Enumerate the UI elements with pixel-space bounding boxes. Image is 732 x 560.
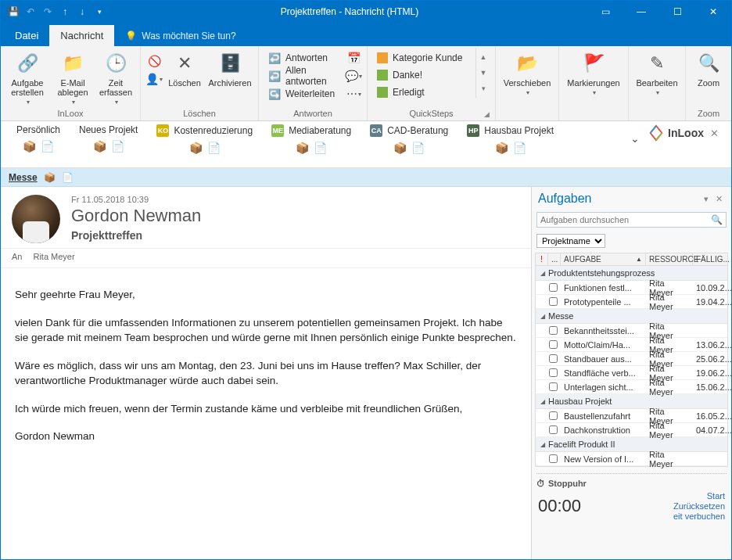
redo-icon[interactable]: ↷	[41, 5, 54, 18]
task-row[interactable]: BaustellenzufahrtRita Meyer16.05.2...	[536, 409, 727, 423]
projectbar-close-icon[interactable]: ✕	[704, 124, 725, 142]
quicksteps-up-icon[interactable]: ▲	[478, 49, 489, 65]
search-icon[interactable]: 🔍	[711, 214, 723, 225]
task-checkbox[interactable]	[549, 368, 558, 377]
project-cad[interactable]: CACAD-Beratung 📦📄	[361, 124, 458, 154]
record-time-button[interactable]: 🕒 Zeit erfassen▾	[96, 48, 135, 106]
delete-button[interactable]: ✕ Löschen	[164, 48, 205, 88]
edit-button[interactable]: ✎ Bearbeiten▾	[633, 48, 680, 97]
reply-button[interactable]: ↩️Antworten	[264, 49, 343, 66]
quicksteps-expand-icon[interactable]: ▾	[478, 81, 489, 96]
prev-item-icon[interactable]: ↑	[59, 5, 71, 18]
task-row[interactable]: Prototypenteile ...Rita Meyer19.04.2...	[536, 295, 727, 309]
stopwatch-start-link[interactable]: Start	[707, 491, 725, 501]
doc-icon: 📄	[207, 142, 221, 154]
col-due[interactable]: FÄLLIG...	[693, 253, 727, 265]
task-checkbox[interactable]	[549, 454, 558, 463]
taskpane-menu-icon[interactable]: ▾	[700, 192, 712, 205]
task-group-header[interactable]: ◢Produktentstehungsprozess	[536, 266, 727, 281]
zoom-button[interactable]: 🔍 Zoom	[691, 48, 727, 88]
project-personal[interactable]: Persönlich 📦📄	[7, 124, 70, 153]
stopwatch-reset-link[interactable]: Zurücksetzen	[673, 501, 725, 511]
task-due: 15.06.2...	[693, 382, 727, 392]
task-checkbox[interactable]	[549, 411, 558, 420]
junk-icon[interactable]: 👤▾	[145, 70, 163, 88]
group-label: Zoom	[691, 107, 727, 120]
link-check-icon: 🔗	[15, 51, 40, 76]
task-row[interactable]: New Version of I...Rita Meyer	[536, 452, 727, 466]
task-search[interactable]: 🔍	[536, 212, 727, 228]
project-kosten[interactable]: KOKostenreduzierung 📦📄	[147, 124, 262, 154]
task-group-header[interactable]: ◢Messe	[536, 309, 727, 324]
task-checkbox[interactable]	[549, 354, 558, 363]
col-flag[interactable]: !	[536, 253, 548, 265]
box-icon: 📦	[44, 172, 56, 183]
stopwatch-book-link[interactable]: eit verbuchen	[673, 512, 725, 521]
task-search-input[interactable]	[540, 215, 711, 224]
move-button[interactable]: 📂 Verschieben▾	[501, 48, 554, 97]
task-group-header[interactable]: ◢Facelift Produkt II	[536, 437, 727, 452]
save-icon[interactable]: 💾	[7, 5, 20, 18]
meeting-icon[interactable]: 📅	[345, 49, 362, 66]
quickstep-item[interactable]: Kategorie Kunde	[372, 49, 474, 66]
minimize-icon[interactable]: —	[623, 1, 659, 23]
col-resource[interactable]: RESSOURCE	[646, 253, 693, 265]
task-name: Standfläche verb...	[561, 368, 646, 378]
col-attach[interactable]: ...	[548, 253, 561, 265]
quicksteps-down-icon[interactable]: ▼	[478, 65, 489, 81]
task-filter-select[interactable]: Projektname	[536, 234, 605, 248]
archive-icon: 🗄️	[217, 51, 242, 76]
task-group-header[interactable]: ◢Hausbau Projekt	[536, 394, 727, 409]
task-checkbox[interactable]	[549, 382, 558, 391]
task-name: Unterlagen sicht...	[561, 382, 646, 392]
archive-button[interactable]: 🗄️ Archivieren	[206, 48, 253, 88]
task-checkbox[interactable]	[549, 425, 558, 434]
reply-all-button[interactable]: ↩️Allen antworten	[264, 67, 343, 84]
task-checkbox[interactable]	[549, 340, 558, 349]
body-paragraph: Wäre es möglich, dass wir uns am Montag,…	[15, 358, 517, 389]
task-row[interactable]: DachkonstruktionRita Meyer04.07.2...	[536, 423, 727, 437]
project-new[interactable]: Neues Projekt 📦📄	[70, 124, 147, 153]
col-task[interactable]: AUFGABE▲	[561, 253, 646, 265]
doc-icon: 📄	[62, 172, 74, 183]
ribbon-display-icon[interactable]: ▭	[587, 1, 623, 23]
more-respond-icon[interactable]: ⋯▾	[345, 85, 362, 102]
quickstep-item[interactable]: Danke!	[372, 66, 474, 84]
task-row[interactable]: Funktionen festl...Rita Meyer10.09.2...	[536, 281, 727, 295]
tags-button[interactable]: 🚩 Markierungen▾	[564, 48, 623, 97]
message-pane: Fr 11.05.2018 10:39 Gordon Newman Projek…	[1, 187, 531, 559]
qat-dropdown-icon[interactable]: ▾	[93, 5, 106, 18]
label: Zoom	[698, 78, 719, 88]
tab-tellme[interactable]: 💡 Was möchten Sie tun?	[114, 26, 246, 46]
task-row[interactable]: Unterlagen sicht...Rita Meyer15.06.2...	[536, 380, 727, 394]
task-checkbox[interactable]	[549, 297, 558, 306]
task-row[interactable]: Motto/Claim/Ha...Rita Meyer13.06.2...	[536, 338, 727, 352]
close-icon[interactable]: ✕	[695, 1, 731, 23]
task-row[interactable]: Standbauer aus...Rita Meyer25.06.2...	[536, 352, 727, 366]
create-task-button[interactable]: 🔗 Aufgabe erstellen▾	[5, 48, 49, 106]
ribbon-group-zoom: 🔍 Zoom Zoom	[686, 46, 731, 120]
taskpane-close-icon[interactable]: ✕	[712, 192, 725, 205]
forward-button[interactable]: ↪️Weiterleiten	[264, 85, 343, 102]
ignore-icon[interactable]: 🚫	[145, 52, 163, 70]
task-name: Dachkonstruktion	[561, 425, 646, 435]
quickstep-item[interactable]: Erledigt	[372, 84, 474, 101]
next-item-icon[interactable]: ↓	[76, 5, 88, 18]
im-icon[interactable]: 💬▾	[345, 67, 362, 84]
breadcrumb-link[interactable]: Messe	[9, 172, 38, 183]
task-row[interactable]: Standfläche verb...Rita Meyer19.06.2...	[536, 366, 727, 380]
task-checkbox[interactable]	[549, 283, 558, 292]
task-row[interactable]: Bekanntheitsstei...Rita Meyer	[536, 324, 727, 338]
undo-icon[interactable]: ↶	[24, 5, 37, 18]
file-email-button[interactable]: 📁 E-Mail ablegen▾	[51, 48, 95, 106]
maximize-icon[interactable]: ☐	[659, 1, 695, 23]
project-more-icon[interactable]: ⌄	[623, 124, 648, 153]
task-checkbox[interactable]	[549, 326, 558, 335]
project-hausbau[interactable]: HPHausbau Projekt 📦📄	[458, 124, 563, 154]
tab-message[interactable]: Nachricht	[49, 25, 114, 46]
project-media[interactable]: MEMediaberatung 📦📄	[262, 124, 361, 154]
taskpane-title: Aufgaben	[538, 192, 700, 206]
tab-file[interactable]: Datei	[4, 25, 49, 46]
box-icon: 📦	[393, 142, 407, 154]
dialog-launcher-icon[interactable]: ◢	[483, 110, 490, 118]
